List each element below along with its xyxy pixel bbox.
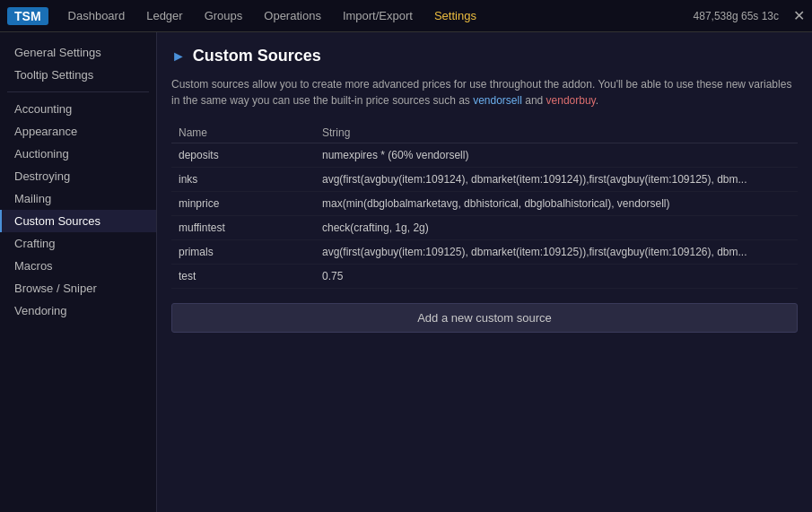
description-post: . [596, 94, 598, 107]
source-name-cell: primals [171, 240, 315, 265]
table-row[interactable]: test0.75 [171, 265, 798, 289]
description: Custom sources allow you to create more … [171, 76, 798, 108]
sidebar-item-appearance[interactable]: Appearance [0, 120, 156, 143]
sidebar-divider [7, 91, 149, 92]
nav-bar: Dashboard Ledger Groups Operations Impor… [59, 5, 694, 26]
sidebar-item-auctioning[interactable]: Auctioning [0, 143, 156, 165]
nav-groups[interactable]: Groups [196, 5, 252, 26]
table-row[interactable]: inksavg(first(avgbuy(item:109124), dbmar… [171, 168, 798, 192]
source-name-cell: minprice [171, 192, 315, 216]
source-name-cell: test [171, 265, 315, 289]
source-string-cell: check(crafting, 1g, 2g) [315, 216, 798, 240]
sidebar-item-crafting[interactable]: Crafting [0, 232, 156, 255]
source-string-cell: avg(first(avgbuy(item:109125), dbmarket(… [315, 240, 798, 265]
gold-display: 487,538g 65s 13c ✕ [694, 7, 805, 24]
sidebar: General Settings Tooltip Settings Accoun… [0, 32, 157, 512]
col-header-name: Name [171, 123, 315, 143]
sidebar-item-mailing[interactable]: Mailing [0, 187, 156, 210]
sidebar-item-accounting[interactable]: Accounting [0, 98, 156, 120]
source-string-cell: max(min(dbglobalmarketavg, dbhistorical,… [315, 192, 798, 216]
close-button[interactable]: ✕ [793, 7, 805, 24]
description-mid: and [522, 94, 546, 107]
vendorbuy-link[interactable]: vendorbuy [546, 94, 596, 107]
col-header-string: String [315, 123, 798, 143]
page-title-container: ► Custom Sources [171, 47, 798, 65]
sidebar-top-section: General Settings Tooltip Settings [0, 39, 156, 88]
main-layout: General Settings Tooltip Settings Accoun… [0, 32, 812, 512]
add-custom-source-button[interactable]: Add a new custom source [171, 303, 798, 333]
nav-operations[interactable]: Operations [255, 5, 330, 26]
topbar: TSM Dashboard Ledger Groups Operations I… [0, 0, 812, 32]
source-name-cell: deposits [171, 143, 315, 168]
gold-amount: 487,538g 65s 13c [694, 10, 779, 22]
sidebar-item-browse-sniper[interactable]: Browse / Sniper [0, 277, 156, 299]
source-string-cell: avg(first(avgbuy(item:109124), dbmarket(… [315, 168, 798, 192]
sidebar-item-destroying[interactable]: Destroying [0, 165, 156, 187]
source-string-cell: numexpires * (60% vendorsell) [315, 143, 798, 168]
source-name-cell: inks [171, 168, 315, 192]
vendorsell-link[interactable]: vendorsell [473, 94, 522, 107]
source-string-cell: 0.75 [315, 265, 798, 289]
sources-table: Name String depositsnumexpires * (60% ve… [171, 123, 798, 289]
nav-dashboard[interactable]: Dashboard [59, 5, 135, 26]
sidebar-item-vendoring[interactable]: Vendoring [0, 299, 156, 322]
content-area: ► Custom Sources Custom sources allow yo… [157, 32, 812, 512]
nav-import-export[interactable]: Import/Export [334, 5, 422, 26]
page-title-icon: ► [171, 48, 186, 65]
logo: TSM [7, 7, 48, 25]
table-row[interactable]: minpricemax(min(dbglobalmarketavg, dbhis… [171, 192, 798, 216]
nav-ledger[interactable]: Ledger [137, 5, 191, 26]
sidebar-item-macros[interactable]: Macros [0, 255, 156, 277]
sidebar-item-tooltip-settings[interactable]: Tooltip Settings [0, 64, 156, 86]
sidebar-main-section: Accounting Appearance Auctioning Destroy… [0, 96, 156, 324]
page-title: Custom Sources [193, 47, 321, 65]
table-row[interactable]: depositsnumexpires * (60% vendorsell) [171, 143, 798, 168]
table-row[interactable]: primalsavg(first(avgbuy(item:109125), db… [171, 240, 798, 265]
table-row[interactable]: muffintestcheck(crafting, 1g, 2g) [171, 216, 798, 240]
source-name-cell: muffintest [171, 216, 315, 240]
sidebar-item-custom-sources[interactable]: Custom Sources [0, 210, 156, 232]
nav-settings[interactable]: Settings [425, 5, 485, 26]
sidebar-item-general-settings[interactable]: General Settings [0, 41, 156, 64]
